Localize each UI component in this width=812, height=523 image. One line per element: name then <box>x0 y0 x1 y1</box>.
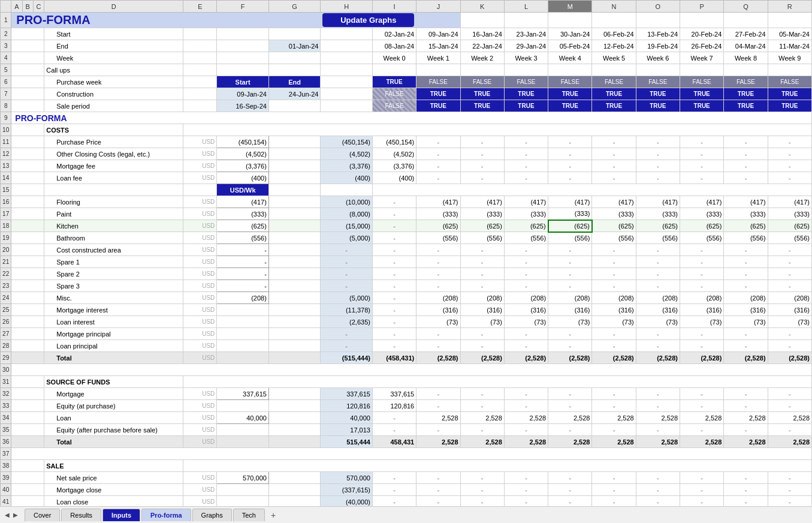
r2-j: 09-Jan-24 <box>416 28 460 40</box>
update-graphs-button[interactable]: Update Graphs <box>322 13 414 27</box>
r18-m[interactable]: (625) <box>548 220 592 232</box>
tab-nav-left[interactable]: ◀ <box>3 511 11 519</box>
row-num-28: 28 <box>1 340 11 352</box>
paint-label: Paint <box>44 208 183 220</box>
loan-principal-total: - <box>321 340 373 352</box>
col-header-q[interactable]: Q <box>724 1 768 13</box>
tab-nav-right[interactable]: ▶ <box>11 511 20 519</box>
col-header-g[interactable]: G <box>268 1 321 13</box>
misc-usd: USD <box>183 292 217 304</box>
col-header-b[interactable]: B <box>22 1 33 13</box>
col-header-i[interactable]: I <box>372 1 416 13</box>
r29-l: (2,528) <box>504 352 548 364</box>
spare3-input[interactable]: - <box>217 280 269 292</box>
r14-q: - <box>724 172 768 184</box>
row-7: 7 Construction 09-Jan-24 24-Jun-24 FALSE… <box>1 88 812 100</box>
r35-q: - <box>724 424 768 436</box>
r11-l: - <box>504 136 548 148</box>
end-date-input[interactable]: 01-Jan-24 <box>268 40 321 52</box>
r4-e <box>183 52 217 64</box>
r20-l: - <box>504 244 548 256</box>
column-header-row: A B C D E F G H I J K L M N O P Q <box>1 1 812 13</box>
r11-j: - <box>416 136 460 148</box>
r32-n: - <box>592 388 636 400</box>
callups-label: Call ups <box>44 64 183 76</box>
spare1-input[interactable]: - <box>217 256 269 268</box>
misc-input[interactable]: (208) <box>217 292 269 304</box>
loan-interest-total: (2,635) <box>321 316 373 328</box>
paint-input[interactable]: (333) <box>217 208 269 220</box>
col-header-m[interactable]: M <box>548 1 592 13</box>
r5-k <box>460 64 504 76</box>
r2-r: 05-Mar-24 <box>768 28 811 40</box>
tab-cover[interactable]: Cover <box>25 509 60 521</box>
construction-start[interactable]: 09-Jan-24 <box>217 88 269 100</box>
col-header-c[interactable]: C <box>33 1 44 13</box>
tab-graphs[interactable]: Graphs <box>192 509 232 521</box>
r39-j: - <box>416 472 460 484</box>
col-header-a[interactable]: A <box>11 1 22 13</box>
bathroom-input[interactable]: (556) <box>217 232 269 244</box>
sale-period-start[interactable]: 16-Sep-24 <box>217 100 269 112</box>
tab-tech[interactable]: Tech <box>233 509 265 521</box>
col-header-j[interactable]: J <box>416 1 460 13</box>
other-closing-input[interactable]: (4,502) <box>217 148 269 160</box>
r8-r: TRUE <box>768 100 811 112</box>
purchase-price-input[interactable]: (450,154) <box>217 136 269 148</box>
tab-proforma[interactable]: Pro-forma <box>141 509 191 521</box>
net-sale-input[interactable]: 570,000 <box>217 472 269 484</box>
r6-h <box>321 76 373 88</box>
row-num-1: 1 <box>1 13 11 28</box>
r7-h <box>321 88 373 100</box>
tab-add[interactable]: + <box>266 509 280 521</box>
col-header-o[interactable]: O <box>636 1 680 13</box>
flooring-input[interactable]: (417) <box>217 196 269 208</box>
r28-i: - <box>372 340 416 352</box>
r13-r: - <box>768 160 811 172</box>
r32-p: - <box>680 388 724 400</box>
construction-end[interactable]: 24-Jun-24 <box>268 88 321 100</box>
col-header-h[interactable]: H <box>321 1 373 13</box>
kitchen-input[interactable]: (625) <box>217 220 269 232</box>
col-header-f[interactable]: F <box>217 1 269 13</box>
r39-r: - <box>768 472 811 484</box>
r21-r: - <box>768 256 811 268</box>
r39-k: - <box>460 472 504 484</box>
mortgage-fee-input[interactable]: (3,376) <box>217 160 269 172</box>
r38-abc <box>11 460 44 472</box>
tab-results[interactable]: Results <box>61 509 101 521</box>
r16-p: (417) <box>680 196 724 208</box>
r15-rest <box>372 184 811 196</box>
r35-o: - <box>636 424 680 436</box>
cost-constructed-input[interactable]: - <box>217 244 269 256</box>
loan-fee-input[interactable]: (400) <box>217 172 269 184</box>
col-header-l[interactable]: L <box>504 1 548 13</box>
col-header-k[interactable]: K <box>460 1 504 13</box>
spare3-label: Spare 3 <box>44 280 183 292</box>
mortgage-sof-input[interactable]: 337,615 <box>217 388 269 400</box>
col-header-n[interactable]: N <box>592 1 636 13</box>
r17-p: (333) <box>680 208 724 220</box>
loan-fee-label: Loan fee <box>44 172 183 184</box>
r26-n: (73) <box>592 316 636 328</box>
r27-i: - <box>372 328 416 340</box>
col-header-r[interactable]: R <box>768 1 811 13</box>
r17-n: (333) <box>592 208 636 220</box>
r17-m: (333) <box>548 208 592 220</box>
spare2-input[interactable]: - <box>217 268 269 280</box>
r40-q: - <box>724 484 768 496</box>
r39-m: - <box>548 472 592 484</box>
tab-inputs[interactable]: Inputs <box>102 509 140 521</box>
r29-q: (2,528) <box>724 352 768 364</box>
loan-sof-input[interactable]: 40,000 <box>217 412 269 424</box>
r8-q: TRUE <box>724 100 768 112</box>
purchase-week-label: Purchase week <box>44 76 183 88</box>
col-header-p[interactable]: P <box>680 1 724 13</box>
col-header-e[interactable]: E <box>183 1 217 13</box>
r4-l: Week 3 <box>504 52 548 64</box>
r28-k: - <box>460 340 504 352</box>
r28-r: - <box>768 340 811 352</box>
row-num-7: 7 <box>1 88 11 100</box>
col-header-d[interactable]: D <box>44 1 183 13</box>
r18-i: - <box>372 220 416 232</box>
